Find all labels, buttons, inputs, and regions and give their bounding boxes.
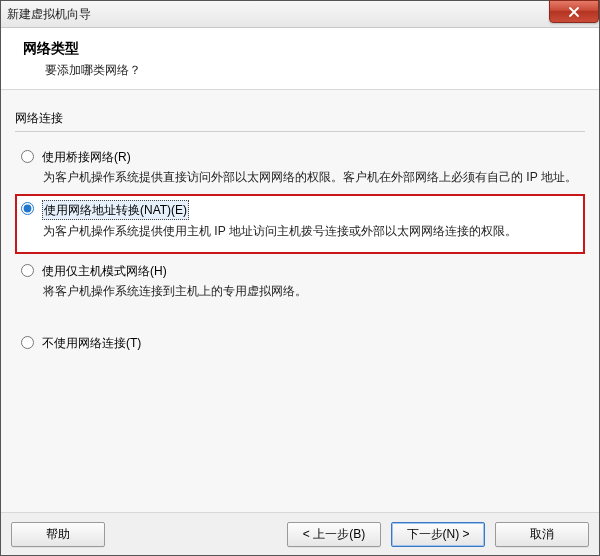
button-bar: 帮助 < 上一步(B) 下一步(N) > 取消 [1, 512, 599, 555]
titlebar: 新建虚拟机向导 [1, 1, 599, 28]
wizard-header: 网络类型 要添加哪类网络？ [1, 28, 599, 90]
wizard-window: 新建虚拟机向导 网络类型 要添加哪类网络？ 网络连接 使用桥接网络(R) 为客户… [0, 0, 600, 556]
option-hostonly: 使用仅主机模式网络(H) 将客户机操作系统连接到主机上的专用虚拟网络。 [15, 256, 585, 306]
next-button[interactable]: 下一步(N) > [391, 522, 485, 547]
radio-nat[interactable] [21, 202, 34, 215]
radio-bridged[interactable] [21, 150, 34, 163]
option-nat-desc: 为客户机操作系统提供使用主机 IP 地址访问主机拨号连接或外部以太网网络连接的权… [43, 222, 581, 240]
radio-none[interactable] [21, 336, 34, 349]
group-separator [15, 131, 585, 132]
option-hostonly-desc: 将客户机操作系统连接到主机上的专用虚拟网络。 [43, 282, 581, 300]
window-title: 新建虚拟机向导 [7, 6, 593, 23]
back-button[interactable]: < 上一步(B) [287, 522, 381, 547]
option-none-label[interactable]: 不使用网络连接(T) [42, 334, 141, 352]
option-bridged-label[interactable]: 使用桥接网络(R) [42, 148, 131, 166]
close-icon [568, 6, 580, 18]
wizard-title: 网络类型 [23, 40, 577, 58]
option-bridged-desc: 为客户机操作系统提供直接访问外部以太网网络的权限。客户机在外部网络上必须有自己的… [43, 168, 581, 186]
radio-hostonly[interactable] [21, 264, 34, 277]
option-hostonly-label[interactable]: 使用仅主机模式网络(H) [42, 262, 167, 280]
option-none: 不使用网络连接(T) [15, 328, 585, 358]
option-nat-label[interactable]: 使用网络地址转换(NAT)(E) [42, 200, 189, 220]
wizard-body: 网络连接 使用桥接网络(R) 为客户机操作系统提供直接访问外部以太网网络的权限。… [1, 90, 599, 512]
close-button[interactable] [549, 0, 599, 23]
option-nat: 使用网络地址转换(NAT)(E) 为客户机操作系统提供使用主机 IP 地址访问主… [15, 194, 585, 254]
cancel-button[interactable]: 取消 [495, 522, 589, 547]
wizard-subtitle: 要添加哪类网络？ [23, 62, 577, 79]
group-label: 网络连接 [15, 110, 585, 127]
help-button[interactable]: 帮助 [11, 522, 105, 547]
option-bridged: 使用桥接网络(R) 为客户机操作系统提供直接访问外部以太网网络的权限。客户机在外… [15, 142, 585, 192]
